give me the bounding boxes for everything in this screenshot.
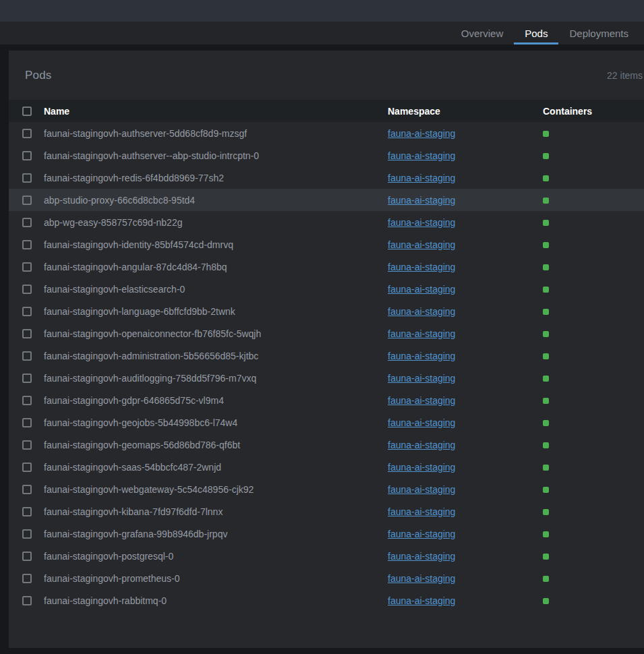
container-status-dot (543, 353, 549, 359)
namespace-link[interactable]: fauna-ai-staging (388, 128, 455, 139)
namespace-link[interactable]: fauna-ai-staging (388, 462, 455, 473)
container-status-dot (543, 554, 549, 560)
table-row[interactable]: faunai-stagingovh-postgresql-0 fauna-ai-… (9, 545, 644, 567)
row-checkbox[interactable] (22, 596, 32, 605)
container-status-dot (543, 442, 549, 448)
table-row[interactable]: faunai-stagingovh-webgateway-5c54c48956-… (9, 478, 644, 500)
containers-cell (543, 529, 644, 539)
namespace-link[interactable]: fauna-ai-staging (388, 351, 455, 361)
row-checkbox[interactable] (22, 463, 32, 472)
row-checkbox[interactable] (22, 418, 32, 427)
row-checkbox[interactable] (22, 240, 32, 249)
row-checkbox-cell (9, 418, 44, 427)
pod-name: abp-wg-easy-858757c69d-nb22g (44, 217, 388, 228)
pod-name: faunai-stagingovh-geojobs-5b44998bc6-l74… (44, 417, 388, 428)
row-checkbox[interactable] (22, 574, 32, 583)
row-checkbox[interactable] (22, 552, 32, 561)
table-row[interactable]: faunai-stagingovh-administration-5b56656… (9, 345, 644, 367)
namespace-link[interactable]: fauna-ai-staging (388, 373, 455, 384)
row-checkbox[interactable] (22, 196, 32, 205)
table-row[interactable]: faunai-stagingovh-auditlogging-758dd5f79… (9, 367, 644, 389)
table-row[interactable]: faunai-stagingovh-authserver-5dd68cf8d9-… (9, 122, 644, 144)
namespace-link[interactable]: fauna-ai-staging (388, 239, 455, 250)
row-checkbox[interactable] (22, 262, 32, 272)
table-row[interactable]: faunai-stagingovh-elasticsearch-0 fauna-… (9, 278, 644, 300)
row-checkbox[interactable] (22, 485, 32, 494)
table-row[interactable]: faunai-stagingovh-identity-85bf4574cd-dm… (9, 233, 644, 256)
table-row[interactable]: faunai-stagingovh-authserver--abp-studio… (9, 144, 644, 167)
namespace-link[interactable]: fauna-ai-staging (388, 440, 455, 450)
column-header-containers[interactable]: Containers (543, 106, 644, 117)
select-all-checkbox[interactable] (22, 107, 32, 116)
table-row[interactable]: faunai-stagingovh-geojobs-5b44998bc6-l74… (9, 411, 644, 434)
row-checkbox-cell (9, 396, 44, 405)
tab-pods-label: Pods (525, 28, 548, 39)
namespace-link[interactable]: fauna-ai-staging (388, 506, 455, 517)
row-checkbox[interactable] (22, 129, 32, 138)
table-row[interactable]: faunai-stagingovh-saas-54bbcfc487-2wnjd … (9, 456, 644, 478)
containers-cell (543, 395, 644, 406)
row-checkbox[interactable] (22, 307, 32, 316)
row-checkbox-cell (9, 329, 44, 338)
container-status-dot (543, 264, 549, 270)
containers-cell (543, 484, 644, 495)
containers-cell (543, 373, 644, 384)
table-row[interactable]: abp-wg-easy-858757c69d-nb22g fauna-ai-st… (9, 211, 644, 233)
row-checkbox[interactable] (22, 351, 32, 361)
page-title: Pods (25, 69, 52, 82)
container-status-dot (543, 220, 549, 226)
table-row[interactable]: faunai-stagingovh-prometheus-0 fauna-ai-… (9, 567, 644, 589)
table-row[interactable]: faunai-stagingovh-language-6bffcfd9bb-2t… (9, 300, 644, 322)
containers-cell (543, 328, 644, 339)
namespace-link[interactable]: fauna-ai-staging (388, 417, 455, 428)
namespace-link[interactable]: fauna-ai-staging (388, 306, 455, 317)
namespace-link[interactable]: fauna-ai-staging (388, 173, 455, 183)
namespace-link[interactable]: fauna-ai-staging (388, 551, 455, 562)
row-checkbox-cell (9, 218, 44, 227)
table-row[interactable]: faunai-stagingovh-rabbitmq-0 fauna-ai-st… (9, 589, 644, 612)
table-row[interactable]: faunai-stagingovh-grafana-99b8946db-jrpq… (9, 523, 644, 545)
containers-cell (543, 551, 644, 562)
column-header-namespace[interactable]: Namespace (388, 106, 543, 117)
row-checkbox[interactable] (22, 507, 32, 516)
row-checkbox[interactable] (22, 218, 32, 227)
table-row[interactable]: faunai-stagingovh-geomaps-56d86bd786-qf6… (9, 434, 644, 456)
containers-cell (543, 173, 644, 183)
pod-name: faunai-stagingovh-saas-54bbcfc487-2wnjd (44, 462, 388, 473)
table-row[interactable]: faunai-stagingovh-kibana-7fd97f6dfd-7lnn… (9, 500, 644, 523)
row-checkbox[interactable] (22, 396, 32, 405)
namespace-link[interactable]: fauna-ai-staging (388, 150, 455, 161)
namespace-link[interactable]: fauna-ai-staging (388, 328, 455, 339)
container-status-dot (543, 509, 549, 515)
table-row[interactable]: faunai-stagingovh-openaiconnector-fb76f8… (9, 322, 644, 345)
row-checkbox[interactable] (22, 329, 32, 338)
row-checkbox[interactable] (22, 173, 32, 183)
containers-cell (543, 351, 644, 361)
row-checkbox-cell (9, 463, 44, 472)
tab-overview[interactable]: Overview (450, 22, 515, 44)
namespace-link[interactable]: fauna-ai-staging (388, 573, 455, 584)
column-header-name[interactable]: Name (44, 106, 388, 117)
namespace-link[interactable]: fauna-ai-staging (388, 395, 455, 406)
table-row[interactable]: faunai-stagingovh-gdpr-646865d75c-vl9m4 … (9, 389, 644, 411)
row-checkbox[interactable] (22, 151, 32, 160)
container-status-dot (543, 465, 549, 471)
row-checkbox[interactable] (22, 440, 32, 450)
tab-deployments[interactable]: Deployments (558, 22, 639, 44)
tab-pods[interactable]: Pods (514, 22, 558, 44)
namespace-link[interactable]: fauna-ai-staging (388, 217, 455, 228)
namespace-link[interactable]: fauna-ai-staging (388, 284, 455, 295)
row-checkbox[interactable] (22, 529, 32, 539)
row-checkbox[interactable] (22, 374, 32, 383)
pods-panel: Pods 22 items Name Namespace Containers … (9, 51, 644, 648)
row-checkbox[interactable] (22, 285, 32, 294)
namespace-link[interactable]: fauna-ai-staging (388, 195, 455, 206)
tab-overview-label: Overview (461, 28, 504, 39)
namespace-link[interactable]: fauna-ai-staging (388, 595, 455, 606)
table-row[interactable]: faunai-stagingovh-redis-6f4bdd8969-77sh2… (9, 167, 644, 189)
table-row[interactable]: abp-studio-proxy-66c6d8cbc8-95td4 fauna-… (9, 189, 644, 211)
namespace-link[interactable]: fauna-ai-staging (388, 529, 455, 539)
namespace-link[interactable]: fauna-ai-staging (388, 484, 455, 495)
table-row[interactable]: faunai-stagingovh-angular-87dc4d84-7h8bq… (9, 256, 644, 278)
namespace-link[interactable]: fauna-ai-staging (388, 262, 455, 272)
